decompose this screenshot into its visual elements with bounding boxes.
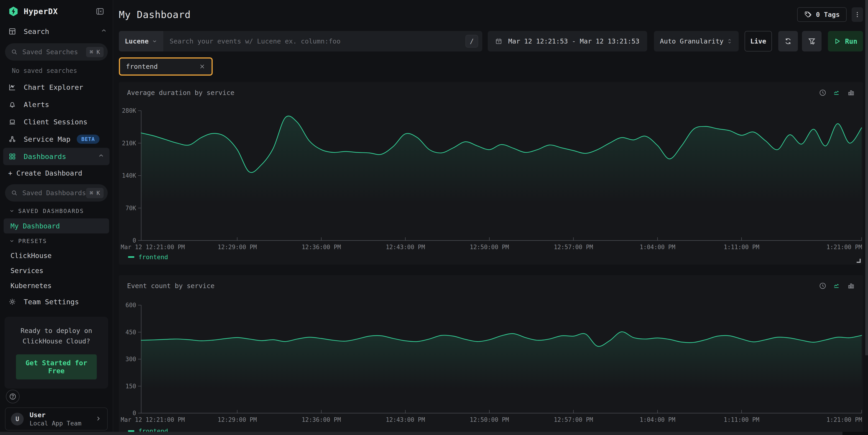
vertical-scrollbar-thumb[interactable] (865, 0, 868, 355)
chart-panel-icons (819, 282, 855, 290)
select-chevrons-icon (726, 38, 733, 44)
refresh-button[interactable] (778, 31, 798, 52)
chart-canvas-event-count[interactable]: 6004503001500Mar 12 12:21:00 PM12:29:00 … (119, 290, 863, 426)
tags-count: 0 Tags (816, 11, 840, 19)
x-axis-tick-label: 12:36:00 PM (302, 416, 341, 423)
shortcut-badge: ⌘ K (86, 188, 103, 198)
chart-title: Average duration by service (127, 89, 234, 97)
sidebar-item-my-dashboard[interactable]: My Dashboard (4, 218, 109, 234)
run-button[interactable]: Run (828, 31, 863, 52)
chevron-down-icon (9, 208, 14, 214)
legend-label[interactable]: frontend (138, 253, 168, 260)
saved-searches-input[interactable] (22, 48, 86, 56)
sidebar-item-label: Team Settings (24, 298, 79, 306)
y-axis-tick-label: 150 (125, 383, 136, 390)
chart-panel-header: Event count by service (119, 275, 863, 290)
bar-chart-toggle-icon[interactable] (847, 89, 855, 97)
section-presets[interactable]: PRESETS (0, 234, 113, 248)
chevron-down-icon (152, 38, 157, 44)
chart-panel-avg-duration: Average duration by service 280K210K140K… (119, 82, 863, 265)
create-dashboard-button[interactable]: + Create Dashboard (0, 165, 113, 181)
title-actions: 0 Tags (797, 7, 863, 22)
x-axis-tick-label: 1:11:00 PM (724, 244, 760, 251)
x-axis-tick-label: 12:50:00 PM (470, 416, 509, 423)
filter-row: Lucene / Mar 12 12:21:53 - Mar 12 13:21:… (119, 31, 863, 52)
y-axis-tick-label: 280K (122, 107, 136, 114)
x-axis-tick-label: 12:43:00 PM (386, 244, 425, 251)
close-icon[interactable] (199, 63, 206, 70)
tags-button[interactable]: 0 Tags (797, 7, 846, 22)
saved-dashboards-input-wrap: ⌘ K (5, 184, 108, 201)
filter-chip-row: frontend (119, 57, 863, 75)
y-axis-tick-label: 0 (132, 410, 136, 416)
vertical-scrollbar[interactable] (865, 0, 868, 435)
chevron-right-icon (95, 415, 102, 423)
x-axis-tick-label: 12:36:00 PM (302, 244, 341, 251)
time-range-picker[interactable]: Mar 12 12:21:53 - Mar 12 13:21:53 (488, 31, 647, 52)
query-language-label: Lucene (125, 37, 149, 45)
chart-area: 280K210K140K70K0Mar 12 12:21:00 PM12:29:… (119, 97, 863, 251)
y-axis-tick-label: 210K (122, 140, 136, 147)
query-language-select[interactable]: Lucene (119, 31, 163, 52)
run-label: Run (845, 37, 857, 45)
user-name: User (30, 411, 82, 419)
sidebar-item-label: Service Map (24, 135, 70, 143)
user-menu[interactable]: U User Local App Team (5, 407, 108, 430)
chart-canvas-avg-duration[interactable]: 280K210K140K70K0Mar 12 12:21:00 PM12:29:… (119, 97, 863, 251)
beta-badge: BETA (77, 134, 99, 144)
x-axis-tick-label: 12:57:00 PM (554, 244, 593, 251)
y-axis-tick-label: 600 (125, 302, 136, 309)
sidebar-item-service-map[interactable]: Service Map BETA (0, 130, 113, 148)
panel-resize-handle[interactable] (857, 259, 861, 263)
y-axis-tick-label: 300 (125, 356, 136, 363)
chevron-down-icon (9, 238, 14, 244)
query-box: Lucene / (119, 31, 482, 52)
service-map-icon (8, 135, 17, 144)
x-axis-tick-label: 1:21:00 PM (826, 416, 862, 423)
clock-icon[interactable] (819, 282, 827, 290)
sidebar-item-alerts[interactable]: Alerts (0, 96, 113, 113)
chevron-up-icon (100, 27, 107, 36)
saved-dashboards-input[interactable] (22, 189, 86, 197)
dashboard-menu-button[interactable] (851, 7, 863, 22)
sidebar-item-search[interactable]: Search (0, 23, 113, 40)
live-button[interactable]: Live (745, 31, 772, 52)
filter-button[interactable] (802, 31, 822, 52)
time-range-value: Mar 12 12:21:53 - Mar 12 13:21:53 (508, 37, 640, 45)
chart-area: 6004503001500Mar 12 12:21:00 PM12:29:00 … (119, 290, 863, 426)
line-chart-toggle-icon[interactable] (833, 89, 841, 97)
x-axis-tick-label: 12:50:00 PM (470, 244, 509, 251)
series-area (141, 116, 862, 241)
help-button[interactable] (6, 390, 20, 403)
main-content: My Dashboard 0 Tags (113, 0, 868, 435)
get-started-button[interactable]: Get Started for Free (16, 354, 97, 379)
shortcut-badge: ⌘ K (86, 47, 103, 57)
sidebar-item-kubernetes[interactable]: Kubernetes (0, 278, 113, 293)
sidebar-item-chart-explorer[interactable]: Chart Explorer (0, 79, 113, 96)
sidebar-item-label: Dashboards (24, 152, 66, 161)
section-saved-dashboards[interactable]: SAVED DASHBOARDS (0, 204, 113, 218)
sidebar-collapse-icon[interactable] (95, 7, 104, 16)
horizontal-scrollbar[interactable] (0, 432, 868, 435)
sidebar-item-client-sessions[interactable]: Client Sessions (0, 113, 113, 130)
clock-icon[interactable] (819, 89, 827, 97)
horizontal-scrollbar-thumb[interactable] (0, 432, 842, 435)
section-label: SAVED DASHBOARDS (18, 208, 84, 214)
sidebar-item-dashboards[interactable]: Dashboards (3, 148, 110, 165)
filter-chip-frontend[interactable]: frontend (119, 57, 213, 75)
x-axis-tick-label: 12:57:00 PM (554, 416, 593, 423)
line-chart-toggle-icon[interactable] (833, 282, 841, 290)
x-axis-tick-label: 1:04:00 PM (640, 244, 675, 251)
user-info: User Local App Team (30, 411, 82, 427)
event-search-input[interactable] (163, 37, 465, 45)
kebab-icon (854, 11, 861, 18)
sidebar-item-clickhouse[interactable]: ClickHouse (0, 248, 113, 263)
tags-icon (804, 11, 812, 19)
sidebar: HyperDX Search ⌘ K (0, 0, 113, 435)
granularity-select[interactable]: Auto Granularity (654, 31, 739, 52)
sidebar-item-services[interactable]: Services (0, 263, 113, 278)
sidebar-item-team-settings[interactable]: Team Settings (0, 293, 113, 310)
sidebar-item-label: Alerts (24, 100, 49, 108)
bar-chart-toggle-icon[interactable] (847, 282, 855, 290)
logo-row: HyperDX (0, 0, 113, 23)
